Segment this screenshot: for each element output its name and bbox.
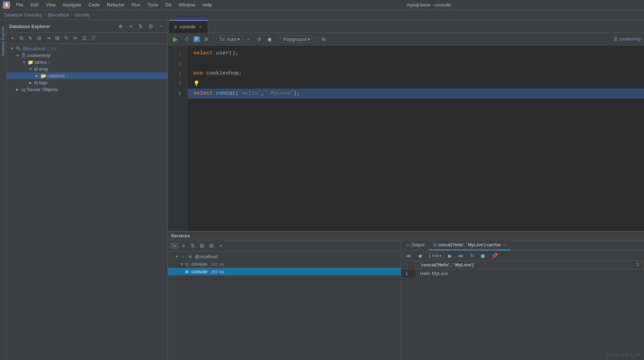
menu-help[interactable]: Help: [199, 1, 215, 8]
nav-first-btn[interactable]: ⏮: [404, 252, 413, 259]
main-container: Database Explorer Database Explorer ⊕ ≡ …: [0, 20, 644, 360]
stop-btn[interactable]: ◼: [265, 36, 274, 43]
nav-prev-btn[interactable]: ◀: [415, 252, 424, 259]
str-hello: 'Hello': [239, 89, 261, 99]
menu-view[interactable]: View: [43, 1, 58, 8]
output-table-row: 1 Hello MyLove: [401, 269, 644, 278]
logs-arrow[interactable]: ▶: [28, 80, 33, 85]
grid-btn[interactable]: ⊞: [320, 36, 328, 43]
menu-refactor[interactable]: Refactor: [104, 1, 127, 8]
history-button[interactable]: ⏱: [182, 36, 191, 43]
console-tab-close[interactable]: ×: [198, 24, 203, 30]
cookieshop-badge: 🗄 cookieshop: [614, 37, 641, 42]
output-tab-concat-close[interactable]: ×: [502, 243, 506, 247]
rows-dropdown[interactable]: 1 row ▾: [426, 252, 444, 259]
menu-navigate[interactable]: Navigate: [60, 1, 84, 8]
services-left: Tx ≡ ⇅ ⊞ ⊞ + ▼ ✓ ⊕ @: [168, 240, 401, 360]
localhost-label: @localhost: [22, 46, 46, 51]
tables-arrow[interactable]: ▼: [22, 60, 27, 65]
menu-file[interactable]: File: [13, 1, 26, 8]
table-btn[interactable]: ⊡: [80, 34, 88, 42]
output-toolbar: ⏮ ◀ 1 row ▾ ▶ ⏭ ↻ ◼ 📌: [401, 251, 644, 261]
settings-button[interactable]: ⚙: [202, 36, 211, 43]
console-tab-label: console: [179, 24, 196, 29]
pin-button[interactable]: P: [193, 36, 200, 42]
localhost-arrow[interactable]: ▼: [9, 46, 14, 51]
check-btn[interactable]: ✓: [245, 36, 253, 43]
app-icon: 🗄: [3, 1, 10, 9]
filter-tree-btn[interactable]: ▽: [89, 34, 97, 42]
copy-btn[interactable]: ⧉: [18, 34, 25, 42]
output-tab-concat[interactable]: ⊞ concat('Hello', ' MyLove'):varchar ×: [429, 240, 511, 250]
watermark: CSDN @落水_zh: [606, 352, 640, 358]
emp-label: emp: [39, 66, 48, 72]
breadcrumb-item-2[interactable]: console: [75, 13, 89, 18]
more-btn[interactable]: ⊳: [71, 34, 79, 42]
services-add-btn[interactable]: +: [217, 242, 225, 250]
tree-item-server-objects[interactable]: ▶ 🗂 Server Objects: [6, 86, 168, 93]
nav-next-btn[interactable]: ▶: [446, 252, 454, 259]
emp-arrow[interactable]: ▼: [28, 67, 33, 72]
editor-toolbar: ▶ ⏱ P ⚙ Tx: Auto ▾ ✓ ↺ ◼ Playground ▾ ⊞ …: [168, 33, 644, 46]
menu-code[interactable]: Code: [86, 1, 103, 8]
new-connection-btn[interactable]: ⊕: [117, 22, 124, 30]
menu-edit[interactable]: Edit: [28, 1, 41, 8]
tx-chevron: ▾: [238, 37, 240, 42]
vertical-tab-label[interactable]: Database Explorer: [0, 24, 6, 59]
services-pin-btn[interactable]: ⊞: [207, 242, 215, 250]
filter-btn[interactable]: ⇅: [137, 22, 145, 30]
services-localhost-arrow[interactable]: ▼: [175, 255, 179, 259]
output-tab-output[interactable]: ▷ Output: [403, 240, 429, 250]
services-filter-btn[interactable]: ⇅: [189, 242, 197, 250]
menu-window[interactable]: Window: [176, 1, 198, 8]
breadcrumb-item-0[interactable]: Database Consoles: [4, 13, 42, 18]
refresh-btn[interactable]: ↻: [27, 34, 34, 42]
code-content[interactable]: select user (); use cookieshop; 💡 sele: [188, 46, 644, 231]
tx-dropdown[interactable]: Tx: Auto ▾: [217, 35, 243, 43]
nav-last-btn[interactable]: ⏭: [456, 252, 466, 259]
line-num-1: 1: [168, 48, 184, 58]
services-collapse-btn[interactable]: ≡: [179, 242, 187, 250]
collapse-btn[interactable]: ⊟: [36, 34, 43, 42]
output-content: `concat('Hello' , ' MyLove')` ⇅ 1 Hello …: [401, 261, 644, 360]
columns-arrow[interactable]: ▶: [34, 74, 39, 79]
services-console-parent-arrow[interactable]: ▼: [180, 262, 184, 266]
code-line-3: use cookieshop;: [188, 68, 644, 79]
vertical-sidebar-tab[interactable]: Database Explorer: [0, 20, 6, 360]
playground-dropdown[interactable]: Playground ▾: [280, 35, 314, 43]
edit-btn[interactable]: ✎: [62, 34, 70, 42]
add-btn[interactable]: +: [9, 34, 17, 42]
server-objects-arrow[interactable]: ▶: [15, 87, 20, 92]
menu-bar: 🗄 File Edit View Navigate Code Refactor …: [0, 0, 644, 10]
grid-view-btn[interactable]: ⊞: [53, 34, 61, 42]
tree-item-cookieshop[interactable]: ▼ 🗄 cookieshop: [6, 52, 168, 59]
move-btn[interactable]: ⇥: [44, 34, 52, 42]
services-item-localhost[interactable]: ▼ ✓ ⊕ @localhost: [168, 253, 401, 260]
close-explorer-btn[interactable]: −: [157, 22, 165, 30]
tree-item-localhost[interactable]: ▼ 🔌 @localhost 1 of 5: [6, 45, 168, 52]
nav-pin-btn[interactable]: 📌: [489, 252, 500, 259]
services-item-console-parent[interactable]: ▼ ⊕ console 282 ms: [168, 260, 401, 268]
undo-btn[interactable]: ↺: [255, 36, 263, 43]
run-button[interactable]: ▶: [171, 34, 180, 44]
output-tab-output-icon: ▷: [407, 242, 410, 247]
nav-stop-btn[interactable]: ◼: [479, 252, 487, 259]
nav-refresh-btn[interactable]: ↻: [468, 252, 476, 259]
breadcrumb-item-1[interactable]: @localhost: [48, 13, 69, 18]
services-item-console-selected[interactable]: ⊕ console 282 ms: [168, 268, 401, 275]
tree-item-logs[interactable]: ▶ ⊞ logs: [6, 79, 168, 86]
group-btn[interactable]: ≡: [127, 22, 135, 30]
tree-item-tables[interactable]: ▼ 📁 tables 2: [6, 59, 168, 66]
tree-item-columns[interactable]: ▶ 📂 columns 8: [6, 72, 168, 79]
code-editor[interactable]: 1 2 3 4 5 ✓ select user ();: [168, 46, 644, 231]
menu-run[interactable]: Run: [129, 1, 143, 8]
rows-chevron: ▾: [439, 254, 441, 258]
console-tab[interactable]: ⊕ console ×: [169, 20, 208, 33]
line-num-3: 3: [168, 68, 184, 79]
tree-item-emp[interactable]: ▼ ⊞ emp: [6, 66, 168, 72]
services-grid-btn[interactable]: ⊞: [198, 242, 206, 250]
menu-tools[interactable]: Tools: [145, 1, 161, 8]
cookieshop-arrow[interactable]: ▼: [15, 53, 20, 58]
settings-gear[interactable]: ⚙: [147, 22, 155, 30]
menu-git[interactable]: Git: [163, 1, 174, 8]
